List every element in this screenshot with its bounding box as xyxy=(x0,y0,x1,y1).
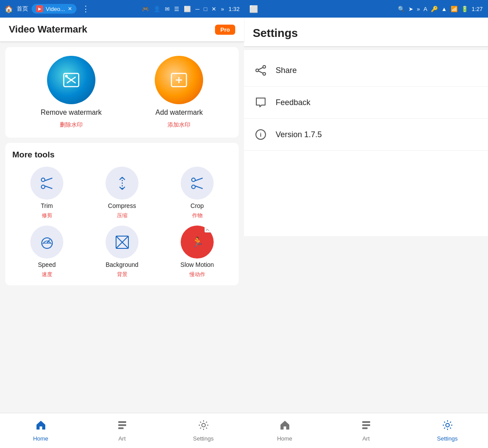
scissors-icon xyxy=(39,175,55,191)
remove-watermark-button[interactable]: Remove watermark 删除水印 xyxy=(41,56,102,129)
add-label-en: Add watermark xyxy=(156,109,203,117)
art-nav-icon-right xyxy=(361,419,372,433)
svg-rect-40 xyxy=(362,424,370,426)
svg-rect-29 xyxy=(118,424,126,426)
slow-motion-circle: 🏃 Ad xyxy=(181,226,214,259)
svg-rect-30 xyxy=(118,427,124,429)
remove-label-zh: 删除水印 xyxy=(60,121,83,129)
forward-status-icon: » xyxy=(417,6,420,12)
right-status-bar: ⬜ 🔍 ➤ » A 🔑 ▲ 📶 🔋 1:27 xyxy=(244,0,488,18)
speed-label-en: Speed xyxy=(38,261,55,268)
compress-label-zh: 压缩 xyxy=(117,212,127,219)
home-nav-icon-right xyxy=(279,419,291,433)
home-nav-icon xyxy=(35,419,47,433)
compress-label-en: Compress xyxy=(108,202,136,209)
svg-line-36 xyxy=(259,68,263,70)
feedback-label: Feedback xyxy=(276,98,310,107)
crop-icon xyxy=(189,175,205,191)
nav-settings-right[interactable]: Settings xyxy=(407,415,488,446)
nav-settings-label-left: Settings xyxy=(193,435,214,442)
close-tab-icon[interactable]: ✕ xyxy=(68,6,72,12)
slow-motion-label-en: Slow Motion xyxy=(180,261,214,268)
share-item[interactable]: Share xyxy=(244,55,488,87)
trim-label-zh: 修剪 xyxy=(42,212,52,219)
compress-button[interactable]: Compress 压缩 xyxy=(87,167,157,219)
text-status-icon: A xyxy=(423,6,427,12)
more-tools-title: More tools xyxy=(12,150,232,160)
compress-circle xyxy=(106,167,138,200)
menu-icon: ☰ xyxy=(174,6,179,12)
nav-settings-label-right: Settings xyxy=(437,435,458,442)
user-icon: 👤 xyxy=(153,6,160,12)
settings-header: Settings xyxy=(244,18,488,47)
svg-rect-39 xyxy=(362,421,370,423)
trim-button[interactable]: Trim 修剪 xyxy=(12,167,81,219)
left-panel: 🏠 首页 ▶ Video... ✕ ⋮ 🎮 👤 ✉ ☰ ⬜ ─ □ ✕ » 1:… xyxy=(0,0,244,448)
system-icons: 🔍 ➤ » A 🔑 ▲ 📶 🔋 1:27 xyxy=(398,6,483,12)
svg-line-10 xyxy=(45,186,52,189)
search-status-icon: 🔍 xyxy=(398,6,405,12)
add-watermark-button[interactable]: Add watermark 添加水印 xyxy=(155,56,203,129)
left-status-bar: 🏠 首页 ▶ Video... ✕ ⋮ 🎮 👤 ✉ ☰ ⬜ ─ □ ✕ » 1:… xyxy=(0,0,244,18)
time-right: 1:27 xyxy=(472,6,483,12)
remove-watermark-circle xyxy=(47,56,95,104)
crop-button[interactable]: Crop 作物 xyxy=(163,167,232,219)
feedback-item[interactable]: Feedback xyxy=(244,87,488,119)
window-icon: ⬜ xyxy=(184,6,191,12)
ad-badge: Ad xyxy=(204,226,213,233)
svg-point-42 xyxy=(446,423,449,427)
info-icon: i xyxy=(253,127,269,142)
maximize-icon[interactable]: □ xyxy=(204,6,208,12)
slow-motion-button[interactable]: 🏃 Ad Slow Motion 慢动作 xyxy=(163,226,232,278)
minimize-icon[interactable]: ─ xyxy=(195,6,199,12)
gamepad-icon: 🎮 xyxy=(142,6,149,12)
settings-spacer xyxy=(244,236,488,413)
main-content: Remove watermark 删除水印 Add watermark 添加水印… xyxy=(0,42,244,413)
status-right-icons: 🎮 👤 ✉ ☰ ⬜ ─ □ ✕ » 1:32 xyxy=(142,6,240,12)
speed-circle xyxy=(30,226,63,259)
svg-point-31 xyxy=(202,423,205,427)
key-icon: 🔑 xyxy=(431,6,438,12)
svg-rect-28 xyxy=(118,421,126,423)
art-nav-icon xyxy=(117,419,128,433)
svg-point-8 xyxy=(41,185,45,189)
more-tabs-icon[interactable]: ⋮ xyxy=(82,4,90,14)
home-label: 首页 xyxy=(17,5,28,13)
send-status-icon: ➤ xyxy=(408,6,413,12)
svg-point-7 xyxy=(41,178,45,182)
add-label-zh: 添加水印 xyxy=(168,121,190,129)
remove-watermark-icon xyxy=(60,69,82,91)
close-icon[interactable]: ✕ xyxy=(211,6,216,12)
nav-home-right[interactable]: Home xyxy=(244,415,325,446)
pro-badge: Pro xyxy=(215,25,235,35)
home-status-icon: 🏠 xyxy=(4,5,13,13)
nav-art-left[interactable]: Art xyxy=(81,415,163,446)
watermark-section: Remove watermark 删除水印 Add watermark 添加水印 xyxy=(5,47,239,138)
svg-text:🏃: 🏃 xyxy=(191,236,204,248)
crop-label-en: Crop xyxy=(190,202,204,209)
svg-point-17 xyxy=(192,185,195,189)
compress-icon xyxy=(114,175,130,191)
app-header: Video Watermark Pro xyxy=(0,18,244,42)
video-tab[interactable]: ▶ Video... ✕ xyxy=(32,4,76,14)
signal-icon: 📶 xyxy=(451,6,458,12)
nav-art-right[interactable]: Art xyxy=(325,415,407,446)
time-left: 1:32 xyxy=(229,6,240,12)
svg-line-18 xyxy=(195,178,203,181)
svg-point-33 xyxy=(263,73,266,75)
more-tools-section: More tools Trim 修剪 xyxy=(5,143,239,285)
background-label-en: Background xyxy=(106,261,138,268)
svg-rect-41 xyxy=(362,427,368,429)
svg-line-35 xyxy=(259,71,263,73)
nav-home-label-left: Home xyxy=(33,435,48,442)
nav-home-left[interactable]: Home xyxy=(0,415,81,446)
overflow-icon[interactable]: » xyxy=(221,6,224,12)
share-label: Share xyxy=(276,66,297,75)
background-button[interactable]: Background 背景 xyxy=(87,226,157,278)
speed-label-zh: 速度 xyxy=(42,271,52,278)
settings-nav-icon xyxy=(198,419,209,433)
nav-settings-left[interactable]: Settings xyxy=(163,415,244,446)
svg-text:i: i xyxy=(260,131,262,138)
trim-label-en: Trim xyxy=(41,202,53,209)
speed-button[interactable]: Speed 速度 xyxy=(12,226,81,278)
